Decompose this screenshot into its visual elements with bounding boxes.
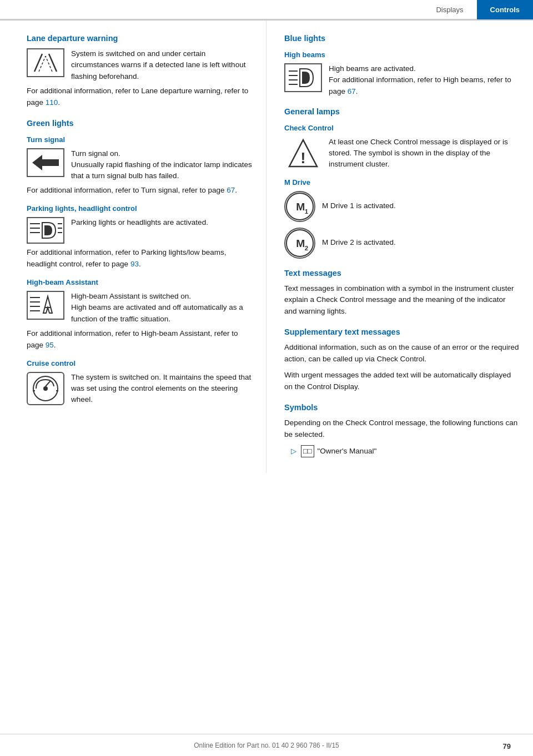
blue-lights-title: Blue lights: [284, 34, 520, 43]
turn-signal-more: For additional information, refer to Tur…: [27, 186, 227, 194]
hb-assistant-subtitle: High-beam Assistant: [27, 278, 253, 286]
check-control-text1: At least one Check Control message is di…: [329, 138, 508, 169]
parking-lights-block: Parking lights or headlights are activat…: [27, 217, 253, 244]
m2-svg: M 2: [285, 228, 314, 258]
parking-lights-text: Parking lights or headlights are activat…: [71, 217, 253, 244]
svg-marker-4: [32, 155, 59, 170]
hb-assistant-icon: [27, 291, 64, 320]
m-drive-2-text: M Drive 2 is activated.: [322, 228, 520, 259]
lane-departure-svg: [30, 52, 61, 74]
bullet-arrow: ▷: [291, 446, 296, 457]
lane-departure-ref: For additional information, refer to Lan…: [27, 85, 253, 109]
hb-assistant-text1: High-beam Assistant is switched on.: [71, 291, 253, 302]
book-icon: □□: [301, 445, 314, 457]
lane-departure-block: System is switched on and under certain …: [27, 48, 253, 82]
m-drive-1-icon: M 1: [284, 191, 315, 222]
turn-signal-text: Turn signal on. Unusually rapid flashing…: [71, 148, 253, 182]
general-lamps-title: General lamps: [284, 107, 520, 116]
check-control-block: ! At least one Check Control message is …: [284, 137, 520, 170]
triangle-svg: !: [287, 138, 319, 169]
cruise-control-text1: The system is switched on. It maintains …: [71, 373, 251, 404]
high-beams-icon: [284, 63, 322, 92]
svg-line-0: [34, 54, 42, 72]
parking-lights-icon: [27, 217, 64, 244]
high-beams-svg: [286, 65, 320, 90]
turn-signal-subtitle: Turn signal: [27, 135, 253, 144]
green-lights-title: Green lights: [27, 119, 253, 128]
m-drive-subtitle: M Drive: [284, 178, 520, 187]
m-drive-1-text: M Drive 1 is activated.: [322, 191, 520, 222]
lane-departure-desc: System is switched on and under certain …: [71, 49, 245, 80]
lane-departure-link[interactable]: 110: [46, 98, 58, 107]
m1-label: M Drive 1 is activated.: [322, 200, 396, 211]
main-content: Lane departure warning System is switche…: [0, 21, 533, 473]
lane-departure-suffix: .: [58, 98, 60, 107]
high-beams-text1: High beams are activated.: [329, 63, 520, 74]
parking-svg: [28, 218, 63, 243]
page-footer: Online Edition for Part no. 01 40 2 960 …: [0, 734, 533, 756]
high-beams-subtitle: High beams: [284, 51, 520, 59]
tab-displays[interactable]: Displays: [423, 0, 476, 19]
hb-assistant-text2: High beams are activated and off automat…: [71, 302, 253, 325]
tab-controls[interactable]: Controls: [477, 0, 533, 19]
parking-lights-link[interactable]: 93: [130, 260, 139, 268]
parking-lights-suffix: .: [139, 260, 141, 268]
cruise-control-block: The system is switched on. It maintains …: [27, 372, 253, 406]
svg-text:M: M: [296, 200, 305, 212]
footer-text: Online Edition for Part no. 01 40 2 960 …: [194, 742, 339, 749]
high-beams-ref: For additional information, refer to Hig…: [329, 74, 520, 97]
list-item: ▷ □□ "Owner's Manual": [291, 445, 520, 457]
lane-departure-text: System is switched on and under certain …: [71, 48, 253, 82]
m-drive-2-icon: M 2: [284, 228, 315, 259]
text-messages-desc: Text messages in combination with a symb…: [284, 283, 520, 318]
m2-label: M Drive 2 is activated.: [322, 237, 396, 248]
turn-signal-svg: [30, 152, 61, 174]
hb-assistant-suffix: .: [54, 341, 56, 349]
high-beams-link[interactable]: 67: [348, 87, 356, 95]
m-drive-2-block: M 2 M Drive 2 is activated.: [284, 228, 520, 259]
turn-signal-text2: Unusually rapid flashing of the indicato…: [71, 159, 253, 182]
lane-departure-title: Lane departure warning: [27, 34, 253, 43]
hb-assistant-block: High-beam Assistant is switched on. High…: [27, 291, 253, 325]
cruise-control-subtitle: Cruise control: [27, 359, 253, 367]
hb-assistant-more: For additional information, refer to Hig…: [27, 329, 238, 349]
hb-assistant-link[interactable]: 95: [46, 341, 54, 349]
check-control-icon: !: [284, 137, 322, 170]
turn-signal-block: Turn signal on. Unusually rapid flashing…: [27, 148, 253, 182]
high-beams-block: High beams are activated. For additional…: [284, 63, 520, 97]
supplementary-text1: Additional information, such as on the c…: [284, 342, 520, 365]
m1-svg: M 1: [285, 191, 314, 221]
m-drive-1-block: M 1 M Drive 1 is activated.: [284, 191, 520, 222]
symbols-desc: Depending on the Check Control message, …: [284, 417, 520, 441]
svg-line-19: [46, 381, 51, 386]
symbols-list: ▷ □□ "Owner's Manual": [284, 445, 520, 457]
page-header: Displays Controls: [0, 0, 533, 20]
check-control-subtitle: Check Control: [284, 124, 520, 132]
hb-assistant-text: High-beam Assistant is switched on. High…: [71, 291, 253, 325]
cruise-control-text: The system is switched on. It maintains …: [71, 372, 253, 406]
page-number: 79: [503, 742, 511, 750]
hb-assistant-ref: For additional information, refer to Hig…: [27, 328, 253, 351]
displays-label: Displays: [436, 6, 463, 14]
turn-signal-text1: Turn signal on.: [71, 148, 253, 159]
parking-lights-ref: For additional information, refer to Par…: [27, 247, 253, 270]
turn-signal-link[interactable]: 67: [227, 186, 235, 194]
high-beams-suffix: .: [356, 87, 358, 95]
svg-text:1: 1: [305, 208, 309, 214]
svg-line-1: [49, 54, 57, 72]
hb-assistant-svg: [28, 292, 63, 319]
svg-marker-15: [43, 296, 52, 313]
high-beams-text: High beams are activated. For additional…: [329, 63, 520, 97]
lane-departure-icon: [27, 48, 64, 77]
right-column: Blue lights High beams High beams are ac…: [266, 21, 533, 473]
parking-lights-more: For additional information, refer to Par…: [27, 248, 226, 268]
list-item-text: □□ "Owner's Manual": [300, 445, 376, 457]
cruise-control-icon: [27, 372, 64, 405]
check-control-text: At least one Check Control message is di…: [329, 137, 520, 170]
turn-signal-ref: For additional information, refer to Tur…: [27, 185, 253, 196]
parking-lights-text1: Parking lights or headlights are activat…: [71, 217, 253, 228]
supplementary-title: Supplementary text messages: [284, 327, 520, 336]
svg-point-18: [43, 386, 48, 391]
svg-text:!: !: [300, 149, 305, 167]
controls-label: Controls: [490, 6, 520, 14]
